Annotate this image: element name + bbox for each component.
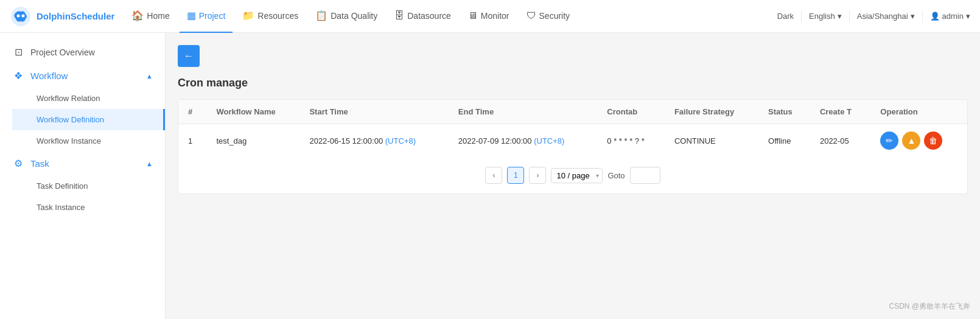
divider-2 (849, 10, 850, 23)
top-navigation: DolphinScheduler 🏠 Home ▦ Project 📁 Reso… (0, 0, 980, 33)
col-workflow-name: Workflow Name (206, 100, 299, 124)
cron-table: # Workflow Name Start Time End Time Cron… (178, 100, 967, 157)
divider-3 (922, 10, 923, 23)
chevron-down-icon-3: ▾ (966, 12, 970, 21)
goto-input[interactable] (630, 167, 660, 184)
nav-data-quality[interactable]: 📋 Data Quality (308, 0, 385, 33)
user-icon: 👤 (930, 12, 940, 21)
next-page-button[interactable]: › (529, 167, 546, 184)
datasource-icon: 🗄 (394, 10, 404, 21)
col-start-time: Start Time (299, 100, 448, 124)
action-buttons: ✏ ▲ 🗑 (880, 131, 957, 150)
per-page-wrapper: 10 / page 20 / page 50 / page ▾ (551, 168, 603, 183)
per-page-select[interactable]: 10 / page 20 / page 50 / page (551, 168, 603, 183)
svg-point-1 (17, 14, 20, 17)
table-body: 1 test_dag 2022-06-15 12:00:00 (UTC+8) 2… (178, 124, 967, 158)
chevron-down-icon-2: ▾ (911, 12, 915, 21)
home-icon: 🏠 (131, 10, 144, 21)
monitor-icon: 🖥 (468, 10, 478, 21)
security-icon: 🛡 (527, 10, 536, 21)
page-title: Cron manage (178, 77, 968, 89)
project-overview-icon: ⊡ (12, 46, 24, 58)
back-arrow-icon: ← (184, 51, 194, 61)
sidebar-item-workflow[interactable]: ❖ Workflow ▲ (0, 64, 165, 88)
task-icon: ⚙ (12, 158, 24, 169)
table-row: 1 test_dag 2022-06-15 12:00:00 (UTC+8) 2… (178, 124, 967, 158)
nav-security[interactable]: 🛡 Security (519, 0, 578, 33)
project-icon: ▦ (187, 10, 196, 21)
col-end-time: End Time (449, 100, 597, 124)
chevron-down-icon: ▾ (838, 12, 842, 21)
sidebar-item-project-overview[interactable]: ⊡ Project Overview (0, 40, 165, 64)
logo-text: DolphinScheduler (37, 11, 114, 21)
sidebar-item-workflow-relation[interactable]: Workflow Relation (12, 88, 165, 109)
sidebar: ⊡ Project Overview ❖ Workflow ▲ Workflow… (0, 33, 166, 319)
nav-home[interactable]: 🏠 Home (124, 0, 177, 33)
theme-toggle[interactable]: Dark (777, 12, 794, 21)
page-1-button[interactable]: 1 (507, 167, 524, 184)
cell-start-time: 2022-06-15 12:00:00 (UTC+8) (299, 124, 448, 158)
pagination: ‹ 1 › 10 / page 20 / page 50 / page ▾ Go… (178, 157, 967, 194)
cell-workflow-name: test_dag (206, 124, 299, 158)
nav-project[interactable]: ▦ Project (180, 0, 233, 33)
workflow-icon: ❖ (12, 70, 24, 82)
main-content: ← Cron manage # Workflow Name Start Time… (166, 33, 980, 319)
language-selector[interactable]: English ▾ (809, 12, 842, 21)
sidebar-item-task-instance[interactable]: Task Instance (12, 197, 165, 218)
workflow-chevron-icon: ▲ (146, 72, 153, 80)
col-create-time: Create T (810, 100, 870, 124)
data-quality-icon: 📋 (315, 10, 327, 21)
col-crontab: Crontab (597, 100, 665, 124)
nav-monitor[interactable]: 🖥 Monitor (461, 0, 517, 33)
table-header-row: # Workflow Name Start Time End Time Cron… (178, 100, 967, 124)
end-utc-badge: (UTC+8) (534, 136, 564, 145)
nav-resources[interactable]: 📁 Resources (235, 0, 306, 33)
edit-button[interactable]: ✏ (880, 131, 898, 150)
cell-num: 1 (178, 124, 206, 158)
workflow-submenu: Workflow Relation Workflow Definition Wo… (0, 88, 165, 152)
main-layout: ⊡ Project Overview ❖ Workflow ▲ Workflow… (0, 0, 980, 319)
back-button[interactable]: ← (178, 45, 200, 67)
user-menu[interactable]: 👤 admin ▾ (930, 12, 970, 21)
goto-label: Goto (607, 171, 625, 180)
sidebar-item-workflow-instance[interactable]: Workflow Instance (12, 130, 165, 152)
resources-icon: 📁 (242, 10, 254, 21)
nav-datasource[interactable]: 🗄 Datasource (387, 0, 458, 33)
sidebar-item-task-definition[interactable]: Task Definition (12, 175, 165, 197)
cron-table-card: # Workflow Name Start Time End Time Cron… (178, 99, 968, 194)
logo-icon (10, 5, 32, 27)
task-submenu: Task Definition Task Instance (0, 175, 165, 218)
cell-create-time: 2022-05 (810, 124, 870, 158)
nav-right-area: Dark English ▾ Asia/Shanghai ▾ 👤 admin ▾ (777, 10, 970, 23)
sidebar-item-workflow-definition[interactable]: Workflow Definition (12, 109, 165, 130)
cell-failure-strategy: CONTINUE (665, 124, 758, 158)
sidebar-item-task[interactable]: ⚙ Task ▲ (0, 152, 165, 175)
col-status: Status (758, 100, 810, 124)
col-failure-strategy: Failure Strategy (665, 100, 758, 124)
col-operation: Operation (870, 100, 967, 124)
svg-point-2 (22, 14, 25, 17)
upload-button[interactable]: ▲ (902, 131, 920, 150)
cell-operation: ✏ ▲ 🗑 (870, 124, 967, 158)
prev-page-button[interactable]: ‹ (485, 167, 502, 184)
timezone-selector[interactable]: Asia/Shanghai ▾ (857, 12, 915, 21)
cell-crontab: 0 * * * * ? * (597, 124, 665, 158)
cell-status: Offline (758, 124, 810, 158)
divider-1 (801, 10, 802, 23)
table-header: # Workflow Name Start Time End Time Cron… (178, 100, 967, 124)
cell-end-time: 2022-07-09 12:00:00 (UTC+8) (449, 124, 597, 158)
logo[interactable]: DolphinScheduler (10, 5, 114, 27)
col-num: # (178, 100, 206, 124)
task-chevron-icon: ▲ (146, 160, 153, 167)
delete-button[interactable]: 🗑 (924, 131, 942, 150)
start-utc-badge: (UTC+8) (385, 136, 416, 145)
